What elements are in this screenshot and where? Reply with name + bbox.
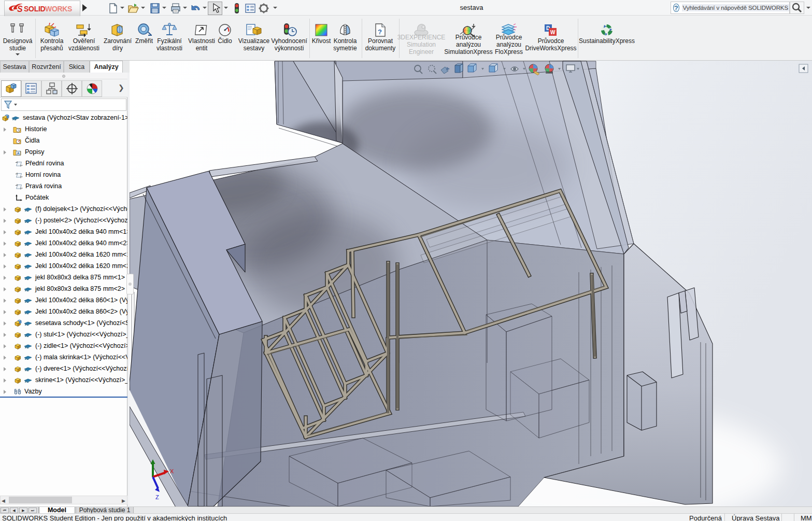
svg-text:SOLID: SOLID <box>24 5 45 13</box>
svg-text:W: W <box>550 30 555 35</box>
svg-text:Z: Z <box>155 494 159 500</box>
svg-text:X: X <box>170 468 174 474</box>
svg-text:?: ? <box>378 28 382 36</box>
svg-text:S: S <box>17 5 23 13</box>
svg-text:WORKS: WORKS <box>45 5 72 13</box>
svg-text:A: A <box>17 151 20 155</box>
